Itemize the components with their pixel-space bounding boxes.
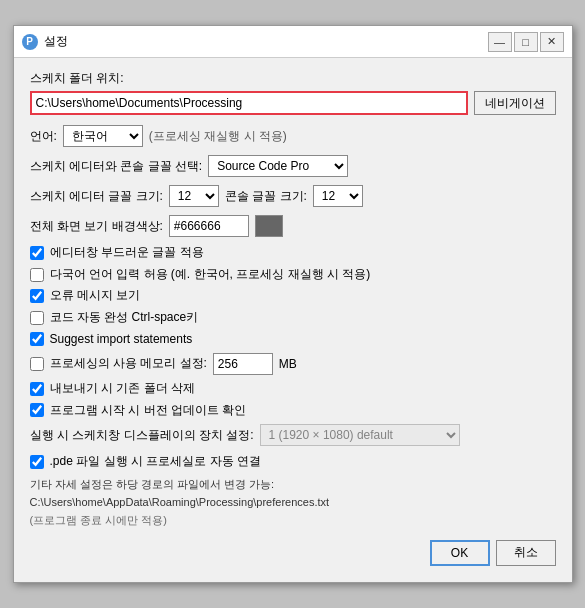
info-line1: 기타 자세 설정은 하당 경로의 파일에서 변경 가능:	[30, 476, 556, 493]
dialog-content: 스케치 폴더 위치: 네비게이션 언어: 한국어 (프로세싱 재실행 시 적용)…	[14, 58, 572, 582]
display-select[interactable]: 1 (1920 × 1080) default	[260, 424, 460, 446]
update-label[interactable]: 프로그램 시작 시 버전 업데이트 확인	[50, 403, 247, 419]
console-font-size-label: 콘솔 글꼴 크기:	[225, 188, 307, 205]
autocomplete-label[interactable]: 코드 자동 완성 Ctrl-space키	[50, 310, 199, 326]
background-color-row: 전체 화면 보기 배경색상:	[30, 215, 556, 237]
background-color-input[interactable]	[169, 215, 249, 237]
checkbox-smooth-font: 에디터창 부드러운 글꼴 적용	[30, 245, 556, 261]
checkbox-errors: 오류 메시지 보기	[30, 288, 556, 304]
checkbox-multilang: 다국어 언어 입력 허용 (예. 한국어, 프로세싱 재실행 시 적용)	[30, 267, 556, 283]
multilang-checkbox[interactable]	[30, 268, 44, 282]
language-label: 언어:	[30, 128, 57, 145]
memory-input[interactable]	[213, 353, 273, 375]
language-select[interactable]: 한국어	[63, 125, 143, 147]
language-note: (프로세싱 재실행 시 적용)	[149, 128, 287, 145]
font-label: 스케치 에디터와 콘솔 글꼴 선택:	[30, 158, 203, 175]
font-size-row: 스케치 에디터 글꼴 크기: 12 10 11 13 14 콘솔 글꼴 크기: …	[30, 185, 556, 207]
editor-font-size-label: 스케치 에디터 글꼴 크기:	[30, 188, 163, 205]
sketch-folder-row: 네비게이션	[30, 91, 556, 115]
errors-label[interactable]: 오류 메시지 보기	[50, 288, 141, 304]
cancel-button[interactable]: 취소	[496, 540, 556, 566]
title-bar: P 설정 — □ ✕	[14, 26, 572, 58]
import-label[interactable]: Suggest import statements	[50, 332, 193, 348]
title-buttons: — □ ✕	[488, 32, 564, 52]
title-bar-left: P 설정	[22, 33, 68, 50]
settings-dialog: P 설정 — □ ✕ 스케치 폴더 위치: 네비게이션 언어: 한국어 (프로세…	[13, 25, 573, 583]
memory-unit: MB	[279, 357, 297, 371]
smooth-font-label[interactable]: 에디터창 부드러운 글꼴 적용	[50, 245, 204, 261]
app-icon: P	[22, 34, 38, 50]
checkbox-import: Suggest import statements	[30, 332, 556, 348]
window-title: 설정	[44, 33, 68, 50]
import-checkbox[interactable]	[30, 332, 44, 346]
display-label: 실행 시 스케치창 디스플레이의 장치 설정:	[30, 427, 254, 444]
font-select[interactable]: Source Code Pro Courier New Monospace	[208, 155, 348, 177]
ok-button[interactable]: OK	[430, 540, 490, 566]
pde-checkbox[interactable]	[30, 455, 44, 469]
smooth-font-checkbox[interactable]	[30, 246, 44, 260]
checkbox-pde: .pde 파일 실행 시 프로세실로 자동 연결	[30, 454, 556, 470]
navigate-button[interactable]: 네비게이션	[474, 91, 556, 115]
checkbox-autocomplete: 코드 자동 완성 Ctrl-space키	[30, 310, 556, 326]
close-button[interactable]: ✕	[540, 32, 564, 52]
checkbox-memory: 프로세싱의 사용 메모리 설정: MB	[30, 353, 556, 375]
background-color-label: 전체 화면 보기 배경색상:	[30, 218, 163, 235]
update-checkbox[interactable]	[30, 403, 44, 417]
checkbox-delete-export: 내보내기 시 기존 폴더 삭제	[30, 381, 556, 397]
bottom-buttons: OK 취소	[30, 540, 556, 566]
delete-export-label[interactable]: 내보내기 시 기존 폴더 삭제	[50, 381, 195, 397]
color-swatch[interactable]	[255, 215, 283, 237]
autocomplete-checkbox[interactable]	[30, 311, 44, 325]
console-font-size-select[interactable]: 12 10 11 13 14	[313, 185, 363, 207]
display-row: 실행 시 스케치창 디스플레이의 장치 설정: 1 (1920 × 1080) …	[30, 424, 556, 446]
sketch-folder-label: 스케치 폴더 위치:	[30, 70, 556, 87]
info-line3: (프로그램 종료 시에만 적용)	[30, 513, 556, 528]
multilang-label[interactable]: 다국어 언어 입력 허용 (예. 한국어, 프로세싱 재실행 시 적용)	[50, 267, 371, 283]
memory-label[interactable]: 프로세싱의 사용 메모리 설정:	[50, 356, 207, 372]
font-row: 스케치 에디터와 콘솔 글꼴 선택: Source Code Pro Couri…	[30, 155, 556, 177]
delete-export-checkbox[interactable]	[30, 382, 44, 396]
language-row: 언어: 한국어 (프로세싱 재실행 시 적용)	[30, 125, 556, 147]
checkbox-update: 프로그램 시작 시 버전 업데이트 확인	[30, 403, 556, 419]
errors-checkbox[interactable]	[30, 289, 44, 303]
pde-label[interactable]: .pde 파일 실행 시 프로세실로 자동 연결	[50, 454, 261, 470]
info-line2: C:\Users\home\AppData\Roaming\Processing…	[30, 494, 556, 511]
sketch-path-input[interactable]	[30, 91, 468, 115]
minimize-button[interactable]: —	[488, 32, 512, 52]
memory-checkbox[interactable]	[30, 357, 44, 371]
maximize-button[interactable]: □	[514, 32, 538, 52]
editor-font-size-select[interactable]: 12 10 11 13 14	[169, 185, 219, 207]
